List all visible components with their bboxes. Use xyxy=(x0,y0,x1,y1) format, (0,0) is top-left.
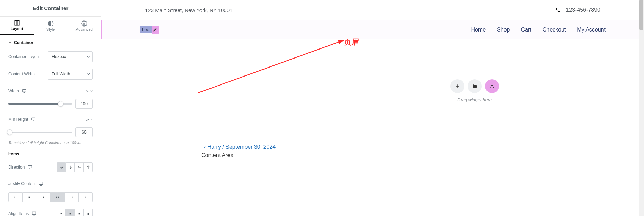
caret-down-icon xyxy=(8,41,12,44)
container-layout-value: Flexbox xyxy=(48,51,93,62)
min-height-input[interactable] xyxy=(75,127,93,137)
desktop-icon xyxy=(27,165,32,170)
caret-down-icon xyxy=(90,90,93,92)
align-start-button[interactable] xyxy=(57,209,66,216)
gear-icon xyxy=(81,20,87,27)
width-slider-thumb[interactable] xyxy=(58,101,63,107)
align-start-icon xyxy=(59,211,64,216)
chevron-down-icon xyxy=(87,72,90,76)
arrow-down-icon xyxy=(68,165,73,170)
direction-label: Direction xyxy=(8,165,32,170)
logo-widget[interactable]: Log xyxy=(140,26,159,34)
preview-canvas: 123 Main Street, New York, NY 10001 123-… xyxy=(101,0,644,216)
add-widget-button[interactable] xyxy=(450,79,464,93)
justify-end-button[interactable] xyxy=(36,192,51,202)
drop-zone[interactable]: Drag widget here xyxy=(290,66,644,116)
justify-center-icon xyxy=(27,195,32,200)
justify-between-button[interactable] xyxy=(51,192,65,202)
arrow-right-icon xyxy=(59,165,64,170)
svg-rect-3 xyxy=(22,89,26,92)
content-width-select[interactable]: Full Width xyxy=(48,69,93,80)
drop-zone-text: Drag widget here xyxy=(457,97,492,102)
meta-date-link[interactable]: September 30, 2024 xyxy=(225,144,276,150)
container-layout-select[interactable]: Flexbox xyxy=(48,51,93,62)
justify-evenly-button[interactable] xyxy=(79,192,93,202)
justify-evenly-icon xyxy=(83,195,88,200)
width-unit-select[interactable]: % xyxy=(86,89,93,93)
justify-start-icon xyxy=(13,195,18,200)
min-height-hint: To achieve full height Container use 100… xyxy=(8,141,93,145)
min-height-label: Min Height xyxy=(8,117,36,122)
arrow-left-icon xyxy=(77,165,82,170)
scrollbar-thumb[interactable] xyxy=(639,0,643,30)
tab-style-label: Style xyxy=(46,27,55,32)
header-container[interactable]: Log Home Shop Cart Checkout My Account xyxy=(101,20,644,39)
width-label: Width xyxy=(8,89,27,93)
sparkle-icon xyxy=(489,83,495,89)
min-height-slider[interactable] xyxy=(8,132,72,133)
phone-number: 123-456-7890 xyxy=(566,7,600,13)
direction-row-reverse-button[interactable] xyxy=(75,162,84,172)
svg-point-2 xyxy=(83,22,85,24)
tab-style[interactable]: Style xyxy=(34,17,67,35)
nav-checkout[interactable]: Checkout xyxy=(543,27,566,33)
align-group xyxy=(57,209,93,216)
width-slider[interactable] xyxy=(8,103,72,105)
direction-column-button[interactable] xyxy=(66,162,75,172)
min-height-slider-thumb[interactable] xyxy=(7,129,12,135)
align-stretch-button[interactable] xyxy=(84,209,93,216)
tab-advanced[interactable]: Advanced xyxy=(68,17,101,35)
justify-content-label: Justify Content xyxy=(8,181,43,186)
add-template-button[interactable] xyxy=(468,79,482,93)
section-container-label: Container xyxy=(14,40,33,45)
desktop-icon xyxy=(32,211,36,216)
align-center-button[interactable] xyxy=(66,209,75,216)
nav-cart[interactable]: Cart xyxy=(521,27,531,33)
justify-around-icon xyxy=(69,195,74,200)
container-layout-label: Container Layout xyxy=(8,54,40,59)
tab-layout[interactable]: Layout xyxy=(0,17,34,35)
align-stretch-icon xyxy=(86,211,91,216)
svg-rect-0 xyxy=(15,20,17,25)
content-area-label: Content Area xyxy=(201,152,233,159)
svg-rect-4 xyxy=(32,118,35,120)
svg-rect-7 xyxy=(32,212,36,214)
justify-start-button[interactable] xyxy=(8,192,23,202)
panel-body: Container Container Layout Flexbox Conte… xyxy=(0,35,101,216)
topbar: 123 Main Street, New York, NY 10001 123-… xyxy=(101,0,644,20)
min-height-unit-select[interactable]: px xyxy=(85,117,93,122)
nav-shop[interactable]: Shop xyxy=(497,27,510,33)
pencil-icon xyxy=(153,28,157,32)
folder-icon xyxy=(472,83,477,89)
svg-rect-6 xyxy=(39,182,43,184)
edit-widget-button[interactable] xyxy=(152,26,159,34)
direction-row-button[interactable] xyxy=(57,162,66,172)
tab-layout-label: Layout xyxy=(11,27,23,31)
style-icon xyxy=(47,20,54,27)
nav-home[interactable]: Home xyxy=(471,27,486,33)
plus-icon xyxy=(455,83,460,89)
justify-between-icon xyxy=(55,195,60,200)
desktop-icon xyxy=(38,181,43,186)
editor-sidebar: Edit Container Layout Style Advanced Con… xyxy=(0,0,101,216)
section-container-toggle[interactable]: Container xyxy=(8,40,93,45)
justify-center-button[interactable] xyxy=(23,192,37,202)
align-center-icon xyxy=(68,211,73,216)
layout-icon xyxy=(14,20,20,26)
direction-column-reverse-button[interactable] xyxy=(84,162,93,172)
content-width-value: Full Width xyxy=(48,69,93,80)
primary-nav: Home Shop Cart Checkout My Account xyxy=(471,27,606,33)
width-input[interactable] xyxy=(75,99,93,109)
align-end-icon xyxy=(77,211,82,216)
scrollbar[interactable] xyxy=(639,0,644,216)
nav-account[interactable]: My Account xyxy=(577,27,606,33)
items-subhead: Items xyxy=(8,152,93,156)
post-meta: ‹ Harry / September 30, 2024 xyxy=(204,144,276,150)
content-width-label: Content Width xyxy=(8,72,35,76)
meta-author-link[interactable]: Harry xyxy=(207,144,221,150)
justify-around-button[interactable] xyxy=(65,192,79,202)
ai-button[interactable] xyxy=(485,79,499,93)
align-end-button[interactable] xyxy=(75,209,84,216)
justify-end-icon xyxy=(41,195,46,200)
panel-tabs: Layout Style Advanced xyxy=(0,17,101,35)
